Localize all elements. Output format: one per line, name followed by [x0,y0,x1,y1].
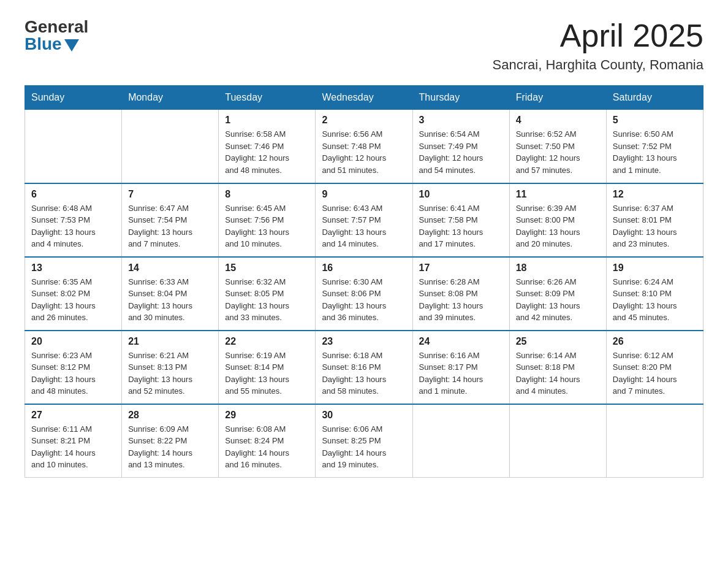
week-row-4: 20Sunrise: 6:23 AM Sunset: 8:12 PM Dayli… [25,331,703,404]
calendar-cell: 29Sunrise: 6:08 AM Sunset: 8:24 PM Dayli… [219,404,316,478]
calendar-cell [412,404,509,478]
calendar-cell: 4Sunrise: 6:52 AM Sunset: 7:50 PM Daylig… [509,110,606,183]
weekday-header-wednesday: Wednesday [316,86,412,110]
day-number: 16 [322,262,406,274]
day-number: 7 [128,189,212,200]
week-row-1: 1Sunrise: 6:58 AM Sunset: 7:46 PM Daylig… [25,110,703,183]
day-info: Sunrise: 6:24 AM Sunset: 8:10 PM Dayligh… [613,276,697,324]
day-info: Sunrise: 6:19 AM Sunset: 8:14 PM Dayligh… [225,350,309,397]
calendar-cell: 7Sunrise: 6:47 AM Sunset: 7:54 PM Daylig… [122,183,219,257]
day-number: 18 [516,262,600,274]
day-number: 27 [31,410,115,421]
day-number: 5 [613,115,697,126]
calendar-table: SundayMondayTuesdayWednesdayThursdayFrid… [25,85,703,478]
day-number: 30 [322,410,406,421]
calendar-cell: 18Sunrise: 6:26 AM Sunset: 8:09 PM Dayli… [509,257,606,331]
location-title: Sancrai, Harghita County, Romania [493,57,703,73]
day-info: Sunrise: 6:06 AM Sunset: 8:25 PM Dayligh… [322,423,406,471]
day-info: Sunrise: 6:52 AM Sunset: 7:50 PM Dayligh… [516,128,600,176]
day-info: Sunrise: 6:28 AM Sunset: 8:08 PM Dayligh… [419,276,503,324]
calendar-cell: 28Sunrise: 6:09 AM Sunset: 8:22 PM Dayli… [122,404,219,478]
day-info: Sunrise: 6:50 AM Sunset: 7:52 PM Dayligh… [613,128,697,176]
calendar-cell: 17Sunrise: 6:28 AM Sunset: 8:08 PM Dayli… [412,257,509,331]
calendar-cell: 14Sunrise: 6:33 AM Sunset: 8:04 PM Dayli… [122,257,219,331]
logo: General Blue [25,18,88,53]
weekday-header-sunday: Sunday [25,86,122,110]
title-block: April 2025 Sancrai, Harghita County, Rom… [493,18,703,73]
calendar-cell [606,404,703,478]
day-number: 17 [419,262,503,274]
calendar-cell: 19Sunrise: 6:24 AM Sunset: 8:10 PM Dayli… [606,257,703,331]
day-info: Sunrise: 6:33 AM Sunset: 8:04 PM Dayligh… [128,276,212,324]
calendar-cell: 22Sunrise: 6:19 AM Sunset: 8:14 PM Dayli… [219,331,316,404]
calendar-cell: 16Sunrise: 6:30 AM Sunset: 8:06 PM Dayli… [316,257,412,331]
day-number: 12 [613,189,697,200]
calendar-cell: 20Sunrise: 6:23 AM Sunset: 8:12 PM Dayli… [25,331,122,404]
day-number: 20 [31,336,115,347]
page-header: General Blue April 2025 Sancrai, Harghit… [25,18,703,73]
day-info: Sunrise: 6:32 AM Sunset: 8:05 PM Dayligh… [225,276,309,324]
day-info: Sunrise: 6:09 AM Sunset: 8:22 PM Dayligh… [128,423,212,471]
day-info: Sunrise: 6:39 AM Sunset: 8:00 PM Dayligh… [516,202,600,250]
logo-general-text: General [25,18,88,36]
weekday-header-row: SundayMondayTuesdayWednesdayThursdayFrid… [25,86,703,110]
day-info: Sunrise: 6:30 AM Sunset: 8:06 PM Dayligh… [322,276,406,324]
weekday-header-saturday: Saturday [606,86,703,110]
day-info: Sunrise: 6:48 AM Sunset: 7:53 PM Dayligh… [31,202,115,250]
day-number: 3 [419,115,503,126]
day-number: 21 [128,336,212,347]
day-info: Sunrise: 6:56 AM Sunset: 7:48 PM Dayligh… [322,128,406,176]
day-info: Sunrise: 6:37 AM Sunset: 8:01 PM Dayligh… [613,202,697,250]
calendar-cell: 27Sunrise: 6:11 AM Sunset: 8:21 PM Dayli… [25,404,122,478]
day-info: Sunrise: 6:23 AM Sunset: 8:12 PM Dayligh… [31,350,115,397]
calendar-cell: 13Sunrise: 6:35 AM Sunset: 8:02 PM Dayli… [25,257,122,331]
day-number: 11 [516,189,600,200]
calendar-cell: 1Sunrise: 6:58 AM Sunset: 7:46 PM Daylig… [219,110,316,183]
logo-blue-text: Blue [25,36,79,53]
day-number: 26 [613,336,697,347]
week-row-3: 13Sunrise: 6:35 AM Sunset: 8:02 PM Dayli… [25,257,703,331]
day-info: Sunrise: 6:41 AM Sunset: 7:58 PM Dayligh… [419,202,503,250]
day-number: 22 [225,336,309,347]
calendar-cell: 5Sunrise: 6:50 AM Sunset: 7:52 PM Daylig… [606,110,703,183]
calendar-cell: 3Sunrise: 6:54 AM Sunset: 7:49 PM Daylig… [412,110,509,183]
day-info: Sunrise: 6:12 AM Sunset: 8:20 PM Dayligh… [613,350,697,397]
calendar-cell: 10Sunrise: 6:41 AM Sunset: 7:58 PM Dayli… [412,183,509,257]
day-number: 14 [128,262,212,274]
day-info: Sunrise: 6:21 AM Sunset: 8:13 PM Dayligh… [128,350,212,397]
calendar-cell: 11Sunrise: 6:39 AM Sunset: 8:00 PM Dayli… [509,183,606,257]
day-number: 15 [225,262,309,274]
calendar-cell: 21Sunrise: 6:21 AM Sunset: 8:13 PM Dayli… [122,331,219,404]
day-number: 24 [419,336,503,347]
calendar-cell [509,404,606,478]
day-info: Sunrise: 6:43 AM Sunset: 7:57 PM Dayligh… [322,202,406,250]
day-info: Sunrise: 6:47 AM Sunset: 7:54 PM Dayligh… [128,202,212,250]
day-number: 9 [322,189,406,200]
day-info: Sunrise: 6:26 AM Sunset: 8:09 PM Dayligh… [516,276,600,324]
day-number: 25 [516,336,600,347]
week-row-5: 27Sunrise: 6:11 AM Sunset: 8:21 PM Dayli… [25,404,703,478]
day-number: 1 [225,115,309,126]
weekday-header-thursday: Thursday [412,86,509,110]
calendar-cell: 12Sunrise: 6:37 AM Sunset: 8:01 PM Dayli… [606,183,703,257]
day-number: 13 [31,262,115,274]
day-number: 4 [516,115,600,126]
calendar-cell: 26Sunrise: 6:12 AM Sunset: 8:20 PM Dayli… [606,331,703,404]
day-info: Sunrise: 6:11 AM Sunset: 8:21 PM Dayligh… [31,423,115,471]
month-title: April 2025 [493,18,703,53]
day-number: 23 [322,336,406,347]
calendar-cell: 15Sunrise: 6:32 AM Sunset: 8:05 PM Dayli… [219,257,316,331]
calendar-cell: 8Sunrise: 6:45 AM Sunset: 7:56 PM Daylig… [219,183,316,257]
calendar-cell: 9Sunrise: 6:43 AM Sunset: 7:57 PM Daylig… [316,183,412,257]
day-number: 10 [419,189,503,200]
day-info: Sunrise: 6:16 AM Sunset: 8:17 PM Dayligh… [419,350,503,397]
day-info: Sunrise: 6:54 AM Sunset: 7:49 PM Dayligh… [419,128,503,176]
weekday-header-friday: Friday [509,86,606,110]
day-number: 19 [613,262,697,274]
calendar-cell [25,110,122,183]
calendar-cell: 25Sunrise: 6:14 AM Sunset: 8:18 PM Dayli… [509,331,606,404]
day-info: Sunrise: 6:14 AM Sunset: 8:18 PM Dayligh… [516,350,600,397]
day-info: Sunrise: 6:58 AM Sunset: 7:46 PM Dayligh… [225,128,309,176]
day-info: Sunrise: 6:35 AM Sunset: 8:02 PM Dayligh… [31,276,115,324]
day-info: Sunrise: 6:18 AM Sunset: 8:16 PM Dayligh… [322,350,406,397]
